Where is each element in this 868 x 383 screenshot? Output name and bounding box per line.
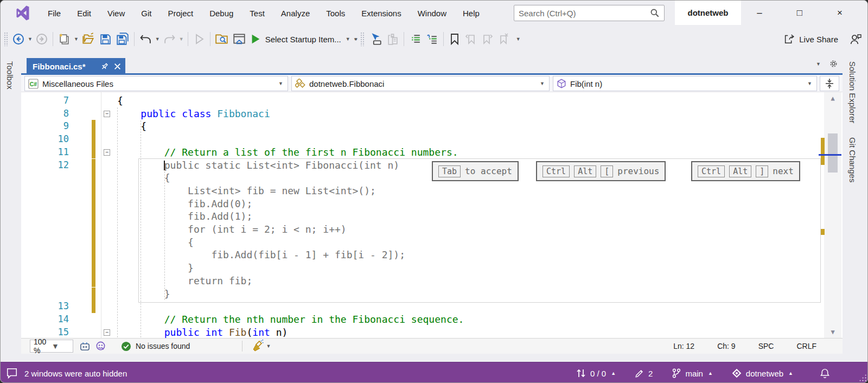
status-message[interactable]: 2 windows were auto hidden — [24, 369, 127, 378]
start-debug-button[interactable]: Select Startup Item... ▼ — [248, 30, 353, 48]
indent-mode[interactable]: SPC — [758, 342, 774, 350]
vertical-scrollbar[interactable]: ▲ ▼ — [824, 92, 841, 338]
gear-icon[interactable] — [829, 59, 838, 68]
prev-bookmark-button[interactable] — [463, 30, 479, 48]
new-project-icon — [58, 33, 71, 46]
resize-grip[interactable] — [859, 374, 866, 381]
toggle-bookmark-button[interactable] — [446, 30, 463, 48]
menu-extensions[interactable]: Extensions — [353, 1, 409, 25]
csharp-file-icon: C# — [28, 79, 39, 89]
fold-collapse-box[interactable]: − — [104, 329, 110, 336]
run-disabled-button[interactable] — [191, 30, 207, 48]
selection-mode-button[interactable] — [367, 30, 384, 48]
save-button[interactable] — [97, 30, 114, 48]
new-project-caret[interactable]: ▼ — [74, 36, 79, 42]
panel-tab-toolbox[interactable]: Toolbox — [5, 58, 15, 93]
code-line[interactable]: 15− public int Fib(int n) — [21, 326, 843, 338]
project-dropdown[interactable]: C# Miscellaneous Files ▼ — [24, 76, 288, 91]
undo-caret[interactable]: ▼ — [155, 36, 160, 42]
copilot-icon[interactable] — [94, 340, 107, 353]
scroll-down-arrow[interactable]: ▼ — [828, 328, 837, 336]
split-window-handle[interactable] — [820, 76, 839, 91]
code-editor[interactable]: 7{8− public class Fibbonaci9 {1011− // R… — [21, 92, 843, 338]
redo-caret[interactable]: ▼ — [179, 36, 184, 42]
type-dropdown[interactable]: dotnetweb.Fibbonaci ▼ — [291, 76, 550, 91]
back-dropdown-caret[interactable]: ▼ — [28, 36, 33, 42]
feedback-person-icon[interactable] — [849, 33, 862, 46]
column-indicator[interactable]: Ch: 9 — [717, 342, 735, 350]
branch-button[interactable]: main ▲ — [669, 362, 714, 383]
menu-debug[interactable]: Debug — [201, 1, 241, 25]
scrollbar-thumb[interactable] — [828, 133, 838, 173]
indent-lines-icon — [409, 33, 422, 46]
branch-expand-caret: ▲ — [708, 371, 713, 376]
menu-file[interactable]: File — [40, 1, 69, 25]
bell-icon[interactable] — [819, 368, 831, 379]
menu-tools[interactable]: Tools — [318, 1, 353, 25]
menu-analyze[interactable]: Analyze — [273, 1, 318, 25]
browser-preview-button[interactable] — [231, 30, 248, 48]
save-all-button[interactable] — [114, 30, 131, 48]
back-arrow-icon — [12, 33, 25, 46]
fold-collapse-box[interactable]: − — [104, 149, 110, 156]
redo-button[interactable] — [161, 30, 178, 48]
line-ending-mode[interactable]: CRLF — [796, 342, 816, 350]
bookmark-overflow-caret[interactable]: ▼ — [516, 36, 521, 42]
code-line[interactable]: 10 — [21, 133, 843, 146]
line-number: 7 — [21, 94, 69, 107]
project-dropdown-caret: ▼ — [278, 81, 283, 86]
live-share-button[interactable]: Live Share — [780, 31, 841, 47]
code-line[interactable]: 7{ — [21, 94, 843, 107]
maximize-button[interactable]: □ — [787, 1, 812, 25]
scroll-up-arrow[interactable]: ▲ — [828, 94, 837, 102]
code-cleanup-caret[interactable]: ▼ — [266, 343, 271, 349]
pin-icon[interactable] — [100, 62, 109, 71]
panel-tab-git-changes[interactable]: Git Changes — [848, 134, 857, 186]
minimize-button[interactable]: – — [747, 1, 772, 25]
navigate-forward-button[interactable] — [34, 30, 50, 48]
tab-list-caret[interactable]: ▼ — [816, 61, 821, 67]
member-dropdown[interactable]: Fib(int n) ▼ — [553, 76, 817, 91]
menu-window[interactable]: Window — [410, 1, 455, 25]
repository-button[interactable]: dotnetweb ▲ — [729, 362, 795, 383]
issues-status[interactable]: No issues found — [121, 341, 190, 352]
clear-bookmarks-button[interactable] — [495, 30, 512, 48]
zoom-dropdown[interactable]: 100 % ▼ — [30, 340, 73, 353]
next-bookmark-button[interactable] — [479, 30, 495, 48]
menu-edit[interactable]: Edit — [69, 1, 99, 25]
code-line[interactable]: 8− public class Fibbonaci — [21, 107, 843, 120]
find-in-files-button[interactable] — [213, 30, 231, 48]
search-input[interactable]: Search (Ctrl+Q) — [514, 5, 665, 21]
menu-view[interactable]: View — [99, 1, 133, 25]
undo-button[interactable] — [137, 30, 154, 48]
code-line[interactable]: 11− // Return a list of the first n Fibo… — [21, 146, 843, 159]
new-project-button[interactable] — [56, 30, 73, 48]
open-file-button[interactable] — [80, 30, 97, 48]
sync-commits-button[interactable]: 0 / 0 ▲ — [573, 362, 618, 383]
close-tab-icon[interactable] — [114, 63, 121, 70]
panel-tab-solution-explorer[interactable]: Solution Explorer — [848, 58, 857, 126]
fold-collapse-box[interactable]: − — [104, 111, 110, 117]
menu-test[interactable]: Test — [241, 1, 273, 25]
undo-indent-button[interactable] — [424, 30, 441, 48]
pending-edits-button[interactable]: 2 — [632, 362, 655, 383]
toolbar-grip-2[interactable] — [360, 32, 365, 46]
close-button[interactable]: × — [827, 1, 852, 25]
navigate-back-button[interactable] — [10, 30, 27, 48]
menu-project[interactable]: Project — [159, 1, 201, 25]
paste-button[interactable] — [384, 30, 401, 48]
message-bubble-icon[interactable] — [6, 367, 18, 379]
startup-caret[interactable]: ▼ — [346, 36, 350, 42]
tab-fibbonaci[interactable]: Fibbonaci.cs* — [27, 58, 125, 75]
line-indicator[interactable]: Ln: 12 — [673, 342, 694, 350]
format-document-button[interactable] — [407, 30, 424, 48]
broom-icon — [252, 340, 265, 353]
intellicode-robot-icon[interactable] — [79, 340, 91, 353]
toolbar-grip[interactable] — [4, 32, 8, 46]
code-line[interactable]: 14 // Return the nth number in the Fibon… — [21, 313, 843, 326]
menu-git[interactable]: Git — [133, 1, 159, 25]
code-cleanup-button[interactable]: ▼ — [250, 337, 273, 355]
toolbar-overflow[interactable]: ▾▾ — [354, 36, 356, 42]
code-line[interactable]: 9 { — [21, 120, 843, 133]
menu-help[interactable]: Help — [455, 1, 488, 25]
